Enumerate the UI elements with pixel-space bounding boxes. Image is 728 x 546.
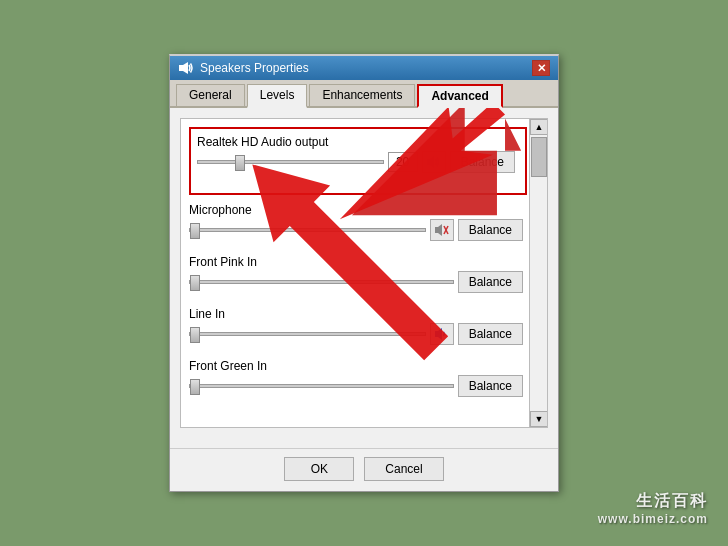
line-in-label: Line In (189, 307, 527, 321)
speaker-icon (178, 60, 194, 76)
front-pink-balance-button[interactable]: Balance (458, 271, 523, 293)
line-in-slider[interactable] (189, 332, 426, 336)
microphone-mute-button[interactable] (430, 219, 454, 241)
line-in-balance-button[interactable]: Balance (458, 323, 523, 345)
microphone-balance-button[interactable]: Balance (458, 219, 523, 241)
page-wrapper: Speakers Properties ✕ General Levels Enh… (0, 0, 728, 546)
front-green-thumb[interactable] (190, 379, 200, 395)
main-volume-slider[interactable] (197, 160, 384, 164)
tab-general[interactable]: General (176, 84, 245, 106)
main-channel-label: Realtek HD Audio output (197, 135, 519, 149)
watermark-url: www.bimeiz.com (598, 512, 708, 526)
line-in-mute-button[interactable] (430, 323, 454, 345)
tab-enhancements[interactable]: Enhancements (309, 84, 415, 106)
front-pink-thumb[interactable] (190, 275, 200, 291)
line-in-row: Balance (189, 323, 527, 345)
title-bar-left: Speakers Properties (178, 60, 309, 76)
front-green-slider[interactable] (189, 384, 454, 388)
tab-advanced[interactable]: Advanced (417, 84, 502, 108)
main-channel-row: 20 Balance (197, 151, 519, 173)
main-slider-thumb[interactable] (235, 155, 245, 171)
front-pink-block: Front Pink In Balance (189, 255, 527, 293)
title-bar-title: Speakers Properties (200, 61, 309, 75)
microphone-block: Microphone (189, 203, 527, 241)
microphone-slider[interactable] (189, 228, 426, 232)
line-in-thumb[interactable] (190, 327, 200, 343)
cancel-button[interactable]: Cancel (364, 457, 443, 481)
speaker-icon (426, 155, 442, 169)
scroll-up-button[interactable]: ▲ (530, 119, 548, 135)
tabs-bar: General Levels Enhancements Advanced (170, 80, 558, 108)
main-volume-value: 20 (388, 152, 418, 172)
speaker-icon-small (434, 327, 450, 341)
front-green-label: Front Green In (189, 359, 527, 373)
main-channel-box: Realtek HD Audio output 20 (189, 127, 527, 195)
svg-rect-0 (179, 65, 183, 71)
scrollbar[interactable]: ▲ ▼ (529, 119, 547, 427)
scroll-thumb[interactable] (531, 137, 547, 177)
svg-rect-2 (427, 159, 430, 165)
svg-marker-3 (430, 156, 434, 168)
front-green-row: Balance (189, 375, 527, 397)
svg-rect-8 (435, 331, 438, 337)
microphone-label: Microphone (189, 203, 527, 217)
close-button[interactable]: ✕ (532, 60, 550, 76)
microphone-row: Balance (189, 219, 527, 241)
ok-button[interactable]: OK (284, 457, 354, 481)
svg-rect-4 (435, 227, 438, 233)
front-pink-row: Balance (189, 271, 527, 293)
dialog-wrapper: Speakers Properties ✕ General Levels Enh… (169, 54, 559, 492)
main-balance-button[interactable]: Balance (450, 151, 515, 173)
svg-marker-9 (438, 328, 442, 340)
tab-content: Realtek HD Audio output 20 (170, 108, 558, 448)
levels-scroll-panel: Realtek HD Audio output 20 (180, 118, 548, 428)
microphone-thumb[interactable] (190, 223, 200, 239)
speakers-properties-dialog: Speakers Properties ✕ General Levels Enh… (169, 54, 559, 492)
tab-levels[interactable]: Levels (247, 84, 308, 108)
front-green-balance-button[interactable]: Balance (458, 375, 523, 397)
svg-marker-5 (438, 224, 442, 236)
front-pink-slider[interactable] (189, 280, 454, 284)
scroll-down-button[interactable]: ▼ (530, 411, 548, 427)
title-bar: Speakers Properties ✕ (170, 56, 558, 80)
bottom-buttons: OK Cancel (170, 448, 558, 491)
line-in-block: Line In (189, 307, 527, 345)
watermark-chinese: 生活百科 (598, 491, 708, 512)
front-green-block: Front Green In Balance (189, 359, 527, 397)
main-mute-button[interactable] (422, 151, 446, 173)
watermark: 生活百科 www.bimeiz.com (598, 491, 708, 526)
speaker-muted-icon (434, 223, 450, 237)
svg-marker-1 (183, 62, 188, 74)
front-pink-label: Front Pink In (189, 255, 527, 269)
